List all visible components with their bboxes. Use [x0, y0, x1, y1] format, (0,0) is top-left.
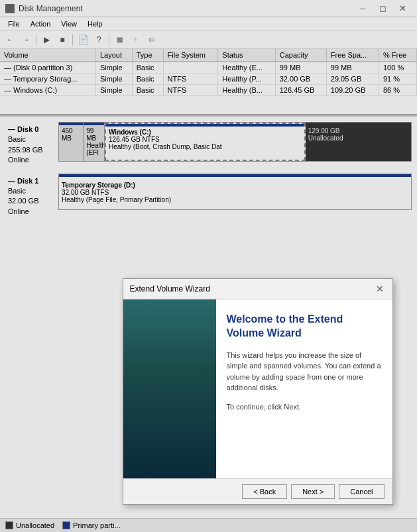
wizard-next-button[interactable]: Next > — [291, 484, 335, 499]
wizard-close-button[interactable]: ✕ — [374, 283, 386, 295]
wizard-back-button[interactable]: < Back — [242, 484, 287, 499]
wizard-heading: Welcome to the Extend Volume Wizard — [227, 313, 382, 341]
wizard-body: Welcome to the Extend Volume Wizard This… — [123, 299, 392, 478]
wizard-sidebar — [123, 299, 216, 478]
wizard-description-1: This wizard helps you increase the size … — [227, 350, 382, 394]
wizard-footer: < Back Next > Cancel — [123, 478, 392, 504]
wizard-title-text: Extend Volume Wizard — [130, 284, 210, 293]
wizard-description-2: To continue, click Next. — [227, 401, 382, 413]
extend-volume-wizard: Extend Volume Wizard ✕ Welcome to the Ex… — [123, 278, 393, 505]
wizard-cancel-button[interactable]: Cancel — [339, 484, 384, 499]
wizard-title-bar: Extend Volume Wizard ✕ — [123, 279, 392, 299]
wizard-overlay: Extend Volume Wizard ✕ Welcome to the Ex… — [0, 0, 417, 532]
wizard-content: Welcome to the Extend Volume Wizard This… — [216, 299, 392, 478]
